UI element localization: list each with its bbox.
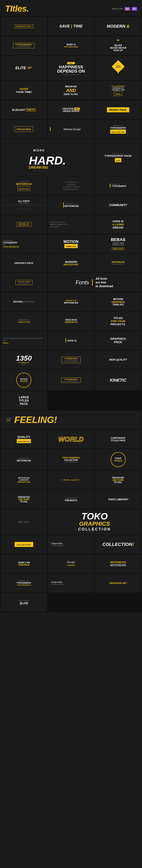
cell-outlined-world: WORLD	[48, 430, 94, 448]
for-your-projects-unique: For your projects.	[51, 545, 92, 547]
motion-circle-label: MOTION	[20, 378, 28, 380]
stop-label: STOP	[6, 419, 12, 421]
fonts-word: Fonts	[76, 279, 93, 286]
large-label: LARGE	[3, 396, 45, 399]
all-fonts-label: ALL FONTS	[3, 200, 45, 202]
cell-titles-pack: #TITLES PACK	[1, 120, 47, 138]
and-envato-label: & ENVATO	[3, 479, 45, 481]
cell-presents: AND ENVATO PRESENTS	[48, 490, 94, 509]
cell-typography-by2: TYPOGRAPHY BY MOTIONCAN FOR YOUR PROJECT…	[48, 350, 94, 369]
production-label: PRODUCTION	[17, 25, 31, 27]
cell-toko-gc: TOKO GRAPHICS COLLECTION ON VIDEOHIVE	[48, 449, 94, 470]
header: TItles. Works with Ae Pr	[0, 0, 142, 16]
production-label: PRODUCTION	[3, 481, 45, 483]
cell-titles-for-your: TITLES FOR YOUR PROJECTS.	[95, 312, 141, 331]
unique-titles-2-label: Unique titles	[51, 581, 92, 583]
dream-label: DREAM!	[97, 226, 139, 229]
cell-success-quote: Success is not the key tohappiness. Happ…	[48, 215, 94, 234]
envato-label: Envato	[50, 561, 92, 564]
toko-big-label: TOKO	[50, 512, 139, 521]
motion-big: MOTION	[50, 240, 92, 244]
cell-quality-badge: QUALITY BUILT FOR YOU!	[1, 430, 47, 448]
motioncan-pb2: MOTIONCAN	[50, 302, 92, 304]
not-included-label: NOT INCLUDED	[50, 46, 92, 48]
cell-unique-titles-1: Unique titles For your projects.	[48, 535, 94, 554]
graphics-gt-label: GRAPHICS	[97, 301, 139, 304]
project-badge-label: PROJECT BY	[18, 223, 30, 224]
creative-anim-label: CREATIVE	[3, 319, 45, 321]
graphics-pack-label: GRAPHICS PACK	[3, 262, 45, 264]
projects-period-label: PROJECTS.	[97, 323, 139, 326]
fonts-line: — — — — — —	[17, 208, 30, 209]
content-grid: PRODUCTION SAVE | TIME MODERN & TYPOGRAP…	[0, 16, 142, 613]
motion-pack-text: Motion Pack.	[109, 108, 127, 112]
graphics-pack2-label: GRAPHICS	[97, 337, 139, 340]
kinetic-label: KINETIC	[97, 378, 139, 383]
animation-label: ANIMATION	[3, 321, 45, 323]
cell-save-your-time: #SAVE YOUR TIME!	[1, 81, 47, 100]
and-dare-label: AND DARE	[97, 479, 139, 481]
cell-road-success: THE ROAD TOSUCCESSIS ALWAYS UNDERCONSTRU…	[48, 176, 94, 195]
app-title: TItles.	[5, 4, 29, 14]
design-attribution: DESIGN	[3, 342, 45, 344]
cell-unique-titles-2: Unique titles For your projects.	[48, 574, 94, 592]
fonts-desc: All fontsare freeto download.	[96, 277, 114, 288]
world-outlined: WORLD	[50, 435, 92, 443]
premium-label: PREMIUM	[112, 184, 126, 185]
cell-creative-pro: CREATIVE PRO UNIQUE DESIGN	[48, 100, 94, 119]
typography-typo-your: TYPOGRAPHY	[3, 582, 45, 584]
a-living-label: A LIVING	[97, 223, 139, 226]
cell-quote-italic: "My way of doing is to tell everyone how…	[1, 331, 47, 350]
titles-pack-label: #TITLES PACK	[17, 128, 31, 131]
road-text: THE ROAD TOSUCCESSIS ALWAYS UNDERCONSTRU…	[50, 181, 92, 190]
your-time-label: YOUR TIME!	[3, 90, 45, 94]
free-font-badge: FREE FONT	[112, 248, 124, 250]
and-dare2-label: AND DARE	[3, 498, 45, 500]
cell-premium-typography: PREMIUM TYPOGRAPHY	[95, 176, 141, 195]
pro-badge: PRO	[74, 107, 80, 110]
cell-toko-library2: TOKO LIBRARY	[95, 490, 141, 509]
cell-brand-new: BRAND NEW TYPOGRAPHY PACK PACK	[95, 139, 141, 176]
and-label: AND	[50, 88, 92, 93]
work-label: WORK IS	[50, 43, 92, 46]
typography-pack-label: TYPOGRAPHY PACK	[104, 155, 132, 157]
built-for-you: BUILT FOR YOU!	[18, 441, 30, 442]
videohive-label: VIDEOHIVE	[3, 600, 45, 601]
for-your-projects-kinetic: FOR YOUR PROJECTS	[63, 380, 79, 382]
corporate-label: CORPORATE	[97, 437, 139, 439]
motioncan-label: MOTIONCAN	[3, 183, 45, 186]
to-fail-label: TO FAIL.	[97, 481, 139, 484]
minimal-design-text: Minimal Design	[64, 128, 80, 131]
version-label: VERSION 4.0	[50, 321, 92, 323]
never-text: NEVERNEVER NEVERGIVE UP	[97, 44, 139, 52]
and-elegant-label: AND ELEGANT	[50, 264, 92, 266]
cell-work-not-included: WORK IS NOT INCLUDED	[48, 36, 94, 55]
cell-motion-design-circle: MOTION DESIGN	[1, 370, 47, 391]
dare-to-fail-label: DARE TO FAIL	[50, 93, 92, 95]
template-gt-label: TEMPLATE	[97, 304, 139, 306]
cell-dream-big-dare: DREAM BIG AND DARE TO FAIL.	[95, 471, 141, 489]
unique-design: UNIQUE DESIGN	[50, 110, 92, 112]
dream-big-label: DREAM BIG	[50, 86, 92, 88]
cell-graphics-pack2: GRAPHICS PACK	[95, 331, 141, 350]
typography-prem: TYPOGRAPHY	[112, 185, 126, 187]
cell-collection-italic: CoLLECtion /	[95, 535, 141, 554]
cell-corporate-titles: CORPORATE TITLES PACK	[95, 430, 141, 448]
cell-production: PRODUCTION	[1, 17, 47, 36]
cell-mc-envato: MOTIONCAN & ENVATO PRODUCTION	[1, 471, 47, 489]
cell-dream-big: DREAM BIG AND DARE TO FAIL	[48, 81, 94, 100]
cell-hello-world: < hello world >	[48, 471, 94, 489]
motioncan-badge-label: MOTIONCAN	[18, 224, 30, 226]
cant-label: CAN'T	[6, 417, 12, 419]
titles-fyp-label: TITLES	[97, 316, 139, 320]
success-quote-text: Success is not the key tohappiness. Happ…	[50, 221, 92, 228]
collection-italic-label: CoLLECtion	[102, 542, 132, 547]
titles-badge: PRODUCTION	[19, 188, 29, 190]
neue-label: NEUE	[97, 242, 139, 246]
typography-by2-label: TYPOGRAPHY	[63, 358, 79, 360]
cell-titles-pack-mc: TITLES PACK MOTIONCAN	[1, 273, 47, 292]
pr-badge: Pr	[132, 7, 137, 10]
cell-modern-elegant: MODERN AND ELEGANT	[48, 254, 94, 272]
videohive-net-label: VIDEOHIVE.NET	[97, 582, 139, 584]
elite-line-1	[28, 67, 32, 67]
